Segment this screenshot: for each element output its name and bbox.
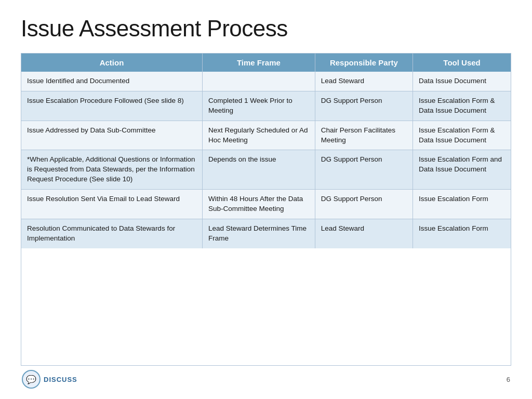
cell-tool: Data Issue Document <box>413 72 511 91</box>
table-row: Resolution Communicated to Data Stewards… <box>21 219 511 248</box>
col-header-tool: Tool Used <box>413 54 511 72</box>
cell-timeframe: Within 48 Hours After the Data Sub-Commi… <box>203 190 315 219</box>
cell-action: Issue Escalation Procedure Followed (See… <box>21 91 203 121</box>
table-wrapper: Action Time Frame Responsible Party Tool… <box>21 53 511 366</box>
cell-action: Issue Addressed by Data Sub-Committee <box>21 121 203 150</box>
cell-timeframe: Next Regularly Scheduled or Ad Hoc Meeti… <box>203 121 315 150</box>
col-header-responsible: Responsible Party <box>315 54 413 72</box>
table-row: Issue Identified and DocumentedLead Stew… <box>21 72 511 91</box>
table-header-row: Action Time Frame Responsible Party Tool… <box>21 54 511 72</box>
cell-tool: Issue Escalation Form <box>413 219 511 248</box>
cell-responsible: DG Support Person <box>315 150 413 190</box>
cell-action: Issue Resolution Sent Via Email to Lead … <box>21 190 203 219</box>
cell-tool: Issue Escalation Form <box>413 190 511 219</box>
cell-tool: Issue Escalation Form & Data Issue Docum… <box>413 91 511 121</box>
cell-responsible: Chair Person Facilitates Meeting <box>315 121 413 150</box>
cell-action: Resolution Communicated to Data Stewards… <box>21 219 203 248</box>
table-row: Issue Addressed by Data Sub-CommitteeNex… <box>21 121 511 150</box>
cell-timeframe: Depends on the issue <box>203 150 315 190</box>
cell-responsible: Lead Steward <box>315 72 413 91</box>
cell-responsible: DG Support Person <box>315 190 413 219</box>
table-row: Issue Escalation Procedure Followed (See… <box>21 91 511 121</box>
table-row: *When Applicable, Additional Questions o… <box>21 150 511 190</box>
footer: 💬 DISCUSS 6 <box>21 370 511 389</box>
cell-timeframe <box>203 72 315 91</box>
cell-responsible: Lead Steward <box>315 219 413 248</box>
page-title: Issue Assessment Process <box>21 16 511 42</box>
col-header-action: Action <box>21 54 203 72</box>
cell-tool: Issue Escalation Form & Data Issue Docum… <box>413 121 511 150</box>
logo-icon: 💬 <box>22 370 41 389</box>
page-number: 6 <box>507 376 510 383</box>
logo-label: DISCUSS <box>44 376 77 383</box>
cell-timeframe: Lead Steward Determines Time Frame <box>203 219 315 248</box>
cell-timeframe: Completed 1 Week Prior to Meeting <box>203 91 315 121</box>
cell-action: *When Applicable, Additional Questions o… <box>21 150 203 190</box>
main-table: Action Time Frame Responsible Party Tool… <box>21 54 511 248</box>
logo-area: 💬 DISCUSS <box>22 370 77 389</box>
slide: Issue Assessment Process Action Time Fra… <box>0 0 532 399</box>
table-row: Issue Resolution Sent Via Email to Lead … <box>21 190 511 219</box>
cell-action: Issue Identified and Documented <box>21 72 203 91</box>
cell-tool: Issue Escalation Form and Data Issue Doc… <box>413 150 511 190</box>
cell-responsible: DG Support Person <box>315 91 413 121</box>
col-header-timeframe: Time Frame <box>203 54 315 72</box>
